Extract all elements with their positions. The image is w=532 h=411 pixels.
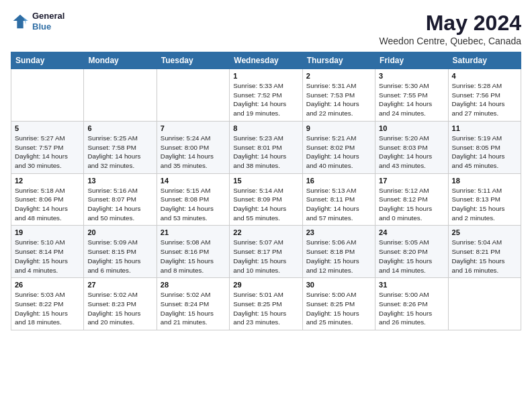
day-number: 24 bbox=[379, 228, 444, 236]
day-number: 10 bbox=[379, 124, 444, 132]
day-info: Sunrise: 5:05 AM Sunset: 8:20 PM Dayligh… bbox=[379, 238, 444, 275]
day-of-week-header: Wednesday bbox=[230, 52, 302, 69]
calendar-cell: 31Sunrise: 5:00 AM Sunset: 8:26 PM Dayli… bbox=[375, 278, 448, 330]
day-number: 15 bbox=[233, 177, 298, 185]
day-number: 13 bbox=[87, 177, 152, 185]
day-number: 20 bbox=[87, 228, 152, 236]
calendar-cell: 19Sunrise: 5:10 AM Sunset: 8:14 PM Dayli… bbox=[11, 226, 84, 278]
day-info: Sunrise: 5:02 AM Sunset: 8:24 PM Dayligh… bbox=[161, 290, 226, 327]
calendar-header-row: SundayMondayTuesdayWednesdayThursdayFrid… bbox=[11, 52, 521, 69]
calendar-cell: 13Sunrise: 5:16 AM Sunset: 8:07 PM Dayli… bbox=[84, 173, 157, 226]
calendar-cell: 27Sunrise: 5:02 AM Sunset: 8:23 PM Dayli… bbox=[84, 278, 157, 330]
day-of-week-header: Saturday bbox=[448, 52, 521, 69]
day-number: 11 bbox=[452, 124, 517, 132]
calendar-cell: 30Sunrise: 5:00 AM Sunset: 8:25 PM Dayli… bbox=[302, 278, 375, 330]
calendar-cell: 20Sunrise: 5:09 AM Sunset: 8:15 PM Dayli… bbox=[84, 226, 157, 278]
day-number: 2 bbox=[306, 72, 371, 80]
day-number: 27 bbox=[87, 281, 152, 289]
logo-icon bbox=[11, 12, 30, 31]
calendar-cell: 5Sunrise: 5:27 AM Sunset: 7:57 PM Daylig… bbox=[11, 121, 84, 173]
day-info: Sunrise: 5:23 AM Sunset: 8:01 PM Dayligh… bbox=[233, 134, 298, 171]
day-info: Sunrise: 5:21 AM Sunset: 8:02 PM Dayligh… bbox=[306, 134, 371, 171]
day-of-week-header: Monday bbox=[84, 52, 157, 69]
calendar-week-row: 12Sunrise: 5:18 AM Sunset: 8:06 PM Dayli… bbox=[11, 173, 521, 226]
day-info: Sunrise: 5:20 AM Sunset: 8:03 PM Dayligh… bbox=[379, 134, 444, 171]
day-info: Sunrise: 5:24 AM Sunset: 8:00 PM Dayligh… bbox=[161, 134, 226, 171]
day-number: 30 bbox=[306, 281, 371, 289]
day-info: Sunrise: 5:08 AM Sunset: 8:16 PM Dayligh… bbox=[161, 238, 226, 275]
calendar-cell bbox=[11, 69, 84, 122]
day-info: Sunrise: 5:04 AM Sunset: 8:21 PM Dayligh… bbox=[452, 238, 517, 275]
calendar-week-row: 1Sunrise: 5:33 AM Sunset: 7:52 PM Daylig… bbox=[11, 69, 521, 122]
day-info: Sunrise: 5:31 AM Sunset: 7:53 PM Dayligh… bbox=[306, 81, 371, 118]
day-number: 1 bbox=[233, 72, 298, 80]
day-number: 26 bbox=[15, 281, 80, 289]
calendar-cell bbox=[157, 69, 229, 122]
day-info: Sunrise: 5:19 AM Sunset: 8:05 PM Dayligh… bbox=[452, 134, 517, 171]
day-number: 25 bbox=[452, 228, 517, 236]
calendar-cell bbox=[448, 278, 521, 330]
day-of-week-header: Friday bbox=[375, 52, 448, 69]
day-info: Sunrise: 5:11 AM Sunset: 8:13 PM Dayligh… bbox=[452, 186, 517, 223]
day-number: 21 bbox=[161, 228, 226, 236]
month-year: May 2024 bbox=[380, 11, 521, 36]
day-number: 19 bbox=[15, 228, 80, 236]
day-info: Sunrise: 5:27 AM Sunset: 7:57 PM Dayligh… bbox=[15, 134, 80, 171]
day-of-week-header: Tuesday bbox=[157, 52, 229, 69]
calendar-cell: 29Sunrise: 5:01 AM Sunset: 8:25 PM Dayli… bbox=[230, 278, 302, 330]
day-number: 8 bbox=[233, 124, 298, 132]
day-info: Sunrise: 5:03 AM Sunset: 8:22 PM Dayligh… bbox=[15, 290, 80, 327]
calendar-cell: 1Sunrise: 5:33 AM Sunset: 7:52 PM Daylig… bbox=[230, 69, 302, 122]
calendar-cell: 4Sunrise: 5:28 AM Sunset: 7:56 PM Daylig… bbox=[448, 69, 521, 122]
calendar-cell: 28Sunrise: 5:02 AM Sunset: 8:24 PM Dayli… bbox=[157, 278, 229, 330]
day-info: Sunrise: 5:06 AM Sunset: 8:18 PM Dayligh… bbox=[306, 238, 371, 275]
day-info: Sunrise: 5:14 AM Sunset: 8:09 PM Dayligh… bbox=[233, 186, 298, 223]
day-number: 22 bbox=[233, 228, 298, 236]
calendar-cell: 15Sunrise: 5:14 AM Sunset: 8:09 PM Dayli… bbox=[230, 173, 302, 226]
day-of-week-header: Thursday bbox=[302, 52, 375, 69]
day-info: Sunrise: 5:15 AM Sunset: 8:08 PM Dayligh… bbox=[161, 186, 226, 223]
day-info: Sunrise: 5:28 AM Sunset: 7:56 PM Dayligh… bbox=[452, 81, 517, 118]
calendar-cell: 7Sunrise: 5:24 AM Sunset: 8:00 PM Daylig… bbox=[157, 121, 229, 173]
calendar-cell bbox=[84, 69, 157, 122]
calendar-cell: 16Sunrise: 5:13 AM Sunset: 8:11 PM Dayli… bbox=[302, 173, 375, 226]
day-info: Sunrise: 5:12 AM Sunset: 8:12 PM Dayligh… bbox=[379, 186, 444, 223]
calendar-cell: 12Sunrise: 5:18 AM Sunset: 8:06 PM Dayli… bbox=[11, 173, 84, 226]
calendar-cell: 14Sunrise: 5:15 AM Sunset: 8:08 PM Dayli… bbox=[157, 173, 229, 226]
day-number: 29 bbox=[233, 281, 298, 289]
day-number: 5 bbox=[15, 124, 80, 132]
calendar-cell: 9Sunrise: 5:21 AM Sunset: 8:02 PM Daylig… bbox=[302, 121, 375, 173]
calendar-cell: 2Sunrise: 5:31 AM Sunset: 7:53 PM Daylig… bbox=[302, 69, 375, 122]
day-info: Sunrise: 5:00 AM Sunset: 8:26 PM Dayligh… bbox=[379, 290, 444, 327]
calendar-cell: 8Sunrise: 5:23 AM Sunset: 8:01 PM Daylig… bbox=[230, 121, 302, 173]
day-number: 18 bbox=[452, 177, 517, 185]
page-header: General Blue May 2024 Weedon Centre, Que… bbox=[11, 11, 521, 46]
day-info: Sunrise: 5:25 AM Sunset: 7:58 PM Dayligh… bbox=[87, 134, 152, 171]
day-info: Sunrise: 5:13 AM Sunset: 8:11 PM Dayligh… bbox=[306, 186, 371, 223]
day-number: 23 bbox=[306, 228, 371, 236]
day-number: 3 bbox=[379, 72, 444, 80]
logo: General Blue bbox=[11, 11, 64, 32]
day-info: Sunrise: 5:10 AM Sunset: 8:14 PM Dayligh… bbox=[15, 238, 80, 275]
day-number: 17 bbox=[379, 177, 444, 185]
day-info: Sunrise: 5:09 AM Sunset: 8:15 PM Dayligh… bbox=[87, 238, 152, 275]
calendar-cell: 25Sunrise: 5:04 AM Sunset: 8:21 PM Dayli… bbox=[448, 226, 521, 278]
calendar: SundayMondayTuesdayWednesdayThursdayFrid… bbox=[11, 52, 521, 330]
day-number: 31 bbox=[379, 281, 444, 289]
day-number: 6 bbox=[87, 124, 152, 132]
calendar-week-row: 5Sunrise: 5:27 AM Sunset: 7:57 PM Daylig… bbox=[11, 121, 521, 173]
calendar-cell: 6Sunrise: 5:25 AM Sunset: 7:58 PM Daylig… bbox=[84, 121, 157, 173]
calendar-cell: 24Sunrise: 5:05 AM Sunset: 8:20 PM Dayli… bbox=[375, 226, 448, 278]
calendar-week-row: 26Sunrise: 5:03 AM Sunset: 8:22 PM Dayli… bbox=[11, 278, 521, 330]
day-number: 28 bbox=[161, 281, 226, 289]
logo-blue: Blue bbox=[32, 21, 64, 32]
calendar-cell: 18Sunrise: 5:11 AM Sunset: 8:13 PM Dayli… bbox=[448, 173, 521, 226]
calendar-cell: 23Sunrise: 5:06 AM Sunset: 8:18 PM Dayli… bbox=[302, 226, 375, 278]
day-number: 16 bbox=[306, 177, 371, 185]
logo-text: General Blue bbox=[32, 11, 64, 32]
day-info: Sunrise: 5:18 AM Sunset: 8:06 PM Dayligh… bbox=[15, 186, 80, 223]
day-number: 14 bbox=[161, 177, 226, 185]
calendar-cell: 10Sunrise: 5:20 AM Sunset: 8:03 PM Dayli… bbox=[375, 121, 448, 173]
calendar-cell: 26Sunrise: 5:03 AM Sunset: 8:22 PM Dayli… bbox=[11, 278, 84, 330]
day-info: Sunrise: 5:07 AM Sunset: 8:17 PM Dayligh… bbox=[233, 238, 298, 275]
